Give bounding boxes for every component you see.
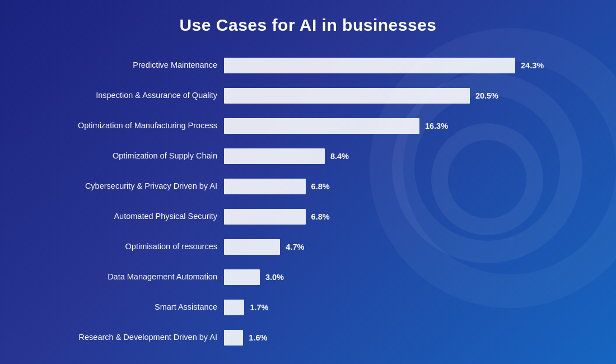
bar-row: Predictive Maintenance24.3% xyxy=(17,50,599,81)
bar-value: 6.8% xyxy=(311,182,330,191)
bar-label: Cybersecurity & Privacy Driven by AI xyxy=(17,181,224,191)
bar-label: Inspection & Assurance of Quality xyxy=(17,91,224,100)
bar-label: Optimisation of resources xyxy=(17,242,224,251)
bar-row: Optimization of Supply Chain8.4% xyxy=(17,141,599,171)
bar-label: Research & Development Driven by AI xyxy=(17,333,224,342)
bar-fill xyxy=(224,209,306,225)
bar-value: 20.5% xyxy=(475,91,498,100)
bar-row: Optimization of Manufacturing Process16.… xyxy=(17,111,599,141)
bar-value: 6.8% xyxy=(311,212,330,221)
bar-row: Smart Assistance1.7% xyxy=(17,292,599,323)
bar-fill xyxy=(224,239,280,255)
bar-value: 16.3% xyxy=(425,122,448,130)
bar-track: 1.7% xyxy=(224,300,599,315)
bar-track: 3.0% xyxy=(224,269,599,285)
bar-fill xyxy=(224,300,244,315)
bar-track: 4.7% xyxy=(224,239,599,255)
bar-value: 8.4% xyxy=(330,152,349,161)
bar-label: Data Management Automation xyxy=(17,272,224,282)
bar-label: Optimization of Supply Chain xyxy=(17,151,224,161)
bar-fill xyxy=(224,269,260,285)
bar-fill xyxy=(224,179,306,194)
bar-value: 4.7% xyxy=(286,242,304,251)
bar-fill xyxy=(224,88,470,104)
bar-value: 24.3% xyxy=(521,61,544,70)
bar-value: 1.7% xyxy=(250,303,268,312)
bar-track: 16.3% xyxy=(224,118,599,134)
bar-track: 24.3% xyxy=(224,58,599,73)
bar-row: Cybersecurity & Privacy Driven by AI6.8% xyxy=(17,171,599,202)
bar-label: Smart Assistance xyxy=(17,302,224,312)
bar-fill xyxy=(224,148,325,164)
bar-fill xyxy=(224,330,243,346)
bar-row: Research & Development Driven by AI1.6% xyxy=(17,323,599,353)
bar-track: 20.5% xyxy=(224,88,599,104)
bar-label: Automated Physical Security xyxy=(17,212,224,221)
main-container: Use Cases for AI in businesses Predictiv… xyxy=(0,0,616,364)
bar-track: 6.8% xyxy=(224,209,599,225)
bar-value: 1.6% xyxy=(249,333,267,342)
bar-row: Optimisation of resources4.7% xyxy=(17,232,599,262)
bar-track: 8.4% xyxy=(224,148,599,164)
bar-value: 3.0% xyxy=(265,273,284,282)
bar-label: Optimization of Manufacturing Process xyxy=(17,121,224,130)
bar-track: 1.6% xyxy=(224,330,599,346)
bar-row: Automated Physical Security6.8% xyxy=(17,202,599,232)
bar-row: Inspection & Assurance of Quality20.5% xyxy=(17,81,599,111)
bar-row: Data Management Automation3.0% xyxy=(17,262,599,292)
bar-track: 6.8% xyxy=(224,179,599,194)
bar-fill xyxy=(224,58,515,73)
bar-label: Predictive Maintenance xyxy=(17,60,224,70)
bar-chart: Predictive Maintenance24.3%Inspection & … xyxy=(17,50,599,353)
bar-fill xyxy=(224,118,419,134)
chart-title: Use Cases for AI in businesses xyxy=(179,16,436,35)
